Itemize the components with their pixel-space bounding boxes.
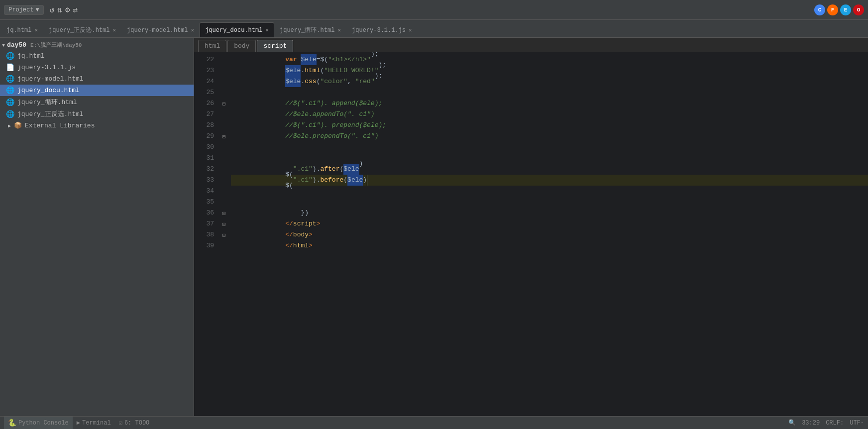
status-python-console[interactable]: 🐍 Python Console (4, 417, 73, 429)
file-icon-jquery-model: 🌐 (6, 75, 14, 83)
breadcrumb-script[interactable]: script (257, 40, 293, 52)
project-root-label: day50 (7, 41, 26, 49)
sidebar-external-libraries[interactable]: 📦 External Libraries (0, 120, 194, 131)
breadcrumb-html[interactable]: html (198, 40, 226, 52)
tab-jquery-loop-close[interactable]: ✕ (337, 27, 341, 33)
file-icon-jquery311: 📄 (6, 63, 14, 72)
gutter-38[interactable]: ⊟ (219, 229, 229, 240)
gutter-37[interactable]: ⊟ (219, 218, 229, 229)
sidebar-item-jquery-model-label: jquery-model.html (17, 75, 190, 83)
gutter-26[interactable]: ⊟ (219, 98, 229, 109)
gutter-30 (219, 142, 229, 153)
tab-jquery-model-close[interactable]: ✕ (191, 27, 195, 33)
tab-jquery-model[interactable]: jquery-model.html ✕ (121, 22, 200, 37)
search-icon[interactable]: 🔍 (788, 419, 796, 427)
top-bar-icons: ↺ ⇅ ⚙ ⇄ (50, 5, 78, 15)
tab-jq-close[interactable]: ✕ (34, 27, 38, 33)
status-right: 🔍 33:29 CRLF: UTF- (788, 419, 864, 427)
gutter-29[interactable]: ⊟ (219, 131, 229, 142)
code-line-28: //$(".c1"). prepend($ele); (231, 120, 868, 131)
code-line-27: //$ele.appendTo(". c1") (231, 109, 868, 120)
toggle-icon[interactable]: ⇄ (73, 5, 78, 15)
tab-jquery-311-close[interactable]: ✕ (409, 27, 412, 33)
line-num-22: 22 (194, 54, 214, 65)
gutter-32 (219, 164, 229, 175)
sidebar-item-jquery311[interactable]: 📄 jquery-3.1.1.js (0, 62, 194, 73)
tab-jquery-model-label: jquery-model.html (127, 27, 188, 34)
gutter-28 (219, 120, 229, 131)
line-numbers: 22 23 24 25 26 27 28 29 30 31 32 33 34 3… (194, 52, 219, 416)
sidebar: day50 E:\脱产三期\day50 🌐 jq.html 📄 jquery-3… (0, 38, 194, 416)
terminal-label: Terminal (82, 420, 111, 427)
tab-jquery-pos-close[interactable]: ✕ (112, 27, 116, 33)
ext-lib-arrow (8, 122, 11, 129)
settings-icon[interactable]: ⚙ (65, 5, 70, 15)
line-num-27: 27 (194, 109, 214, 120)
gutter-24 (219, 76, 229, 87)
refresh-icon[interactable]: ↺ (50, 5, 55, 15)
line-num-28: 28 (194, 120, 214, 131)
code-line-25 (231, 87, 868, 98)
code-line-29: //$ele.prependTo(". c1") (231, 131, 868, 142)
status-terminal[interactable]: ▶ Terminal (73, 417, 115, 429)
breadcrumb-tabs: html body script (194, 38, 868, 52)
gutter-35 (219, 197, 229, 208)
code-line-32: $(".c1").after($ele) (231, 164, 868, 175)
code-line-33: $(".c1").before($ele) (231, 175, 868, 186)
sync-icon[interactable]: ⇅ (57, 5, 62, 15)
sidebar-item-jquery-loop[interactable]: 🌐 jquery_循环.html (0, 96, 194, 108)
tab-jquery-docu-label: jquery_docu.html (205, 27, 262, 34)
code-line-26: //$(".c1"). append($ele); (231, 98, 868, 109)
line-num-34: 34 (194, 186, 214, 197)
line-num-31: 31 (194, 153, 214, 164)
status-todo[interactable]: ☑ 6: TODO (115, 417, 154, 429)
breadcrumb-body[interactable]: body (227, 40, 256, 52)
code-line-38: </body> (231, 229, 868, 240)
tab-jquery-docu-close[interactable]: ✕ (265, 27, 269, 33)
line-num-38: 38 (194, 229, 214, 240)
file-icon-jquery-loop: 🌐 (6, 98, 14, 107)
gutter-23 (219, 65, 229, 76)
code-line-24: $ele.css("color", "red"); (231, 76, 868, 87)
code-lines[interactable]: var $ele=$("<h1></h1>"); $ele.html("HELL… (229, 52, 868, 416)
terminal-icon: ▶ (77, 419, 80, 427)
tab-jquery-311-label: jquery-3.1.1.js (352, 27, 406, 34)
sidebar-item-jquery-pos[interactable]: 🌐 jquery_正反选.html (0, 108, 194, 120)
file-tabs: jq.html ✕ jquery_正反选.html ✕ jquery-model… (0, 20, 868, 38)
code-line-30 (231, 142, 868, 153)
sidebar-item-jquery-docu[interactable]: 🌐 jquery_docu.html (0, 85, 194, 96)
tab-jq[interactable]: jq.html ✕ (1, 22, 43, 37)
line-num-36: 36 (194, 208, 214, 218)
file-icon-jq: 🌐 (6, 52, 14, 60)
tab-jquery-311[interactable]: jquery-3.1.1.js ✕ (346, 22, 418, 37)
line-num-29: 29 (194, 131, 214, 142)
line-num-30: 30 (194, 142, 214, 153)
tab-jquery-pos[interactable]: jquery_正反选.html ✕ (43, 22, 121, 37)
line-num-24: 24 (194, 76, 214, 87)
sidebar-item-jquery311-label: jquery-3.1.1.js (17, 64, 190, 71)
sidebar-project-header[interactable]: day50 E:\脱产三期\day50 (0, 40, 194, 50)
breadcrumb-script-label: script (263, 42, 287, 50)
main-layout: day50 E:\脱产三期\day50 🌐 jq.html 📄 jquery-3… (0, 38, 868, 416)
firefox-icon: F (827, 4, 838, 15)
gutter-36[interactable]: ⊟ (219, 208, 229, 218)
line-num-25: 25 (194, 87, 214, 98)
status-position: 33:29 (802, 420, 820, 427)
status-bar: 🐍 Python Console ▶ Terminal ☑ 6: TODO 🔍 … (0, 416, 868, 429)
breadcrumb-body-label: body (234, 42, 249, 50)
code-line-36: }) (231, 208, 868, 218)
sidebar-item-jq[interactable]: 🌐 jq.html (0, 50, 194, 62)
sidebar-item-jquery-model[interactable]: 🌐 jquery-model.html (0, 73, 194, 85)
tab-jq-label: jq.html (6, 27, 31, 34)
tab-jquery-pos-label: jquery_正反选.html (49, 26, 109, 34)
ie-icon: E (840, 4, 851, 15)
gutter-27 (219, 109, 229, 120)
code-editor[interactable]: 22 23 24 25 26 27 28 29 30 31 32 33 34 3… (194, 52, 868, 416)
code-area: html body script 22 23 24 25 26 27 28 29… (194, 38, 868, 416)
line-num-33: 33 (194, 175, 214, 186)
ext-lib-label: External Libraries (25, 122, 95, 129)
project-dropdown[interactable]: Project ▼ (4, 5, 44, 15)
tab-jquery-loop[interactable]: jquery_循环.html ✕ (274, 22, 346, 37)
todo-label: 6: TODO (124, 420, 149, 427)
tab-jquery-docu[interactable]: jquery_docu.html ✕ (200, 22, 274, 37)
